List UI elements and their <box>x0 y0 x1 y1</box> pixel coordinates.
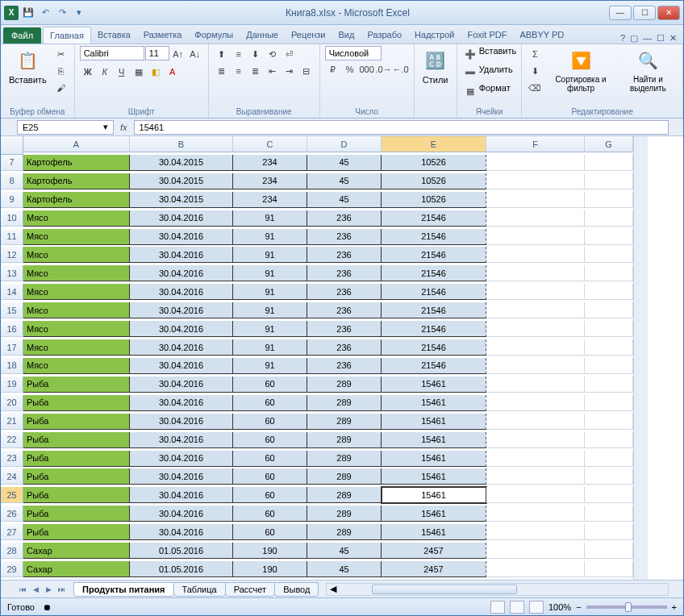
row-head-15[interactable]: 15 <box>1 302 23 318</box>
cell-A12[interactable]: Мясо <box>23 247 130 263</box>
row-head-7[interactable]: 7 <box>1 155 23 171</box>
cell-A25[interactable]: Рыба <box>23 487 130 503</box>
align-bottom-icon[interactable]: ⬇ <box>248 46 264 62</box>
cell-E24[interactable]: 15461 <box>382 468 486 485</box>
row-head-21[interactable]: 21 <box>1 414 23 430</box>
cell-C28[interactable]: 190 <box>233 543 307 559</box>
cell-C25[interactable]: 60 <box>233 487 307 503</box>
row-head-9[interactable]: 9 <box>1 192 23 208</box>
cell-A19[interactable]: Рыба <box>23 377 130 393</box>
row-head-20[interactable]: 20 <box>1 395 23 411</box>
row-head-26[interactable]: 26 <box>1 506 23 522</box>
cell-E13[interactable]: 21546 <box>382 265 486 281</box>
cell-E17[interactable]: 21546 <box>382 339 486 356</box>
cell-B11[interactable]: 30.04.2016 <box>130 229 233 245</box>
cell-C23[interactable]: 60 <box>233 451 307 467</box>
cell-B24[interactable]: 30.04.2016 <box>130 468 233 485</box>
cell-F26[interactable] <box>486 506 585 522</box>
increase-font-icon[interactable]: A↑ <box>170 46 186 62</box>
cell-A9[interactable]: Картофель <box>23 192 130 208</box>
cell-B28[interactable]: 01.05.2016 <box>130 543 233 559</box>
undo-icon[interactable]: ↶ <box>38 6 52 20</box>
zoom-slider[interactable] <box>586 606 667 609</box>
row-head-13[interactable]: 13 <box>1 265 23 281</box>
cell-B16[interactable]: 30.04.2016 <box>130 321 233 337</box>
cell-E11[interactable]: 21546 <box>382 229 486 245</box>
cell-G13[interactable] <box>585 265 633 281</box>
cell-D14[interactable]: 236 <box>307 284 382 300</box>
cell-F28[interactable] <box>486 543 585 559</box>
cell-F23[interactable] <box>486 451 585 467</box>
ribbon-tab-10[interactable]: ABBYY PD <box>513 27 570 44</box>
cell-D11[interactable]: 236 <box>307 229 382 245</box>
cell-B17[interactable]: 30.04.2016 <box>130 339 233 356</box>
cell-D27[interactable]: 289 <box>307 524 382 540</box>
sheet-last-icon[interactable]: ⏭ <box>56 584 67 595</box>
underline-icon[interactable]: Ч <box>114 64 130 80</box>
cell-A28[interactable]: Сахар <box>23 543 130 559</box>
cell-B15[interactable]: 30.04.2016 <box>130 302 233 318</box>
sheet-tab-1[interactable]: Таблица <box>173 582 226 597</box>
indent-inc-icon[interactable]: ⇥ <box>282 63 298 79</box>
cell-A18[interactable]: Мясо <box>23 358 130 374</box>
cell-G18[interactable] <box>585 358 633 374</box>
doc-minimize-icon[interactable]: — <box>643 33 652 44</box>
cell-C15[interactable]: 91 <box>233 302 307 318</box>
cell-B13[interactable]: 30.04.2016 <box>130 265 233 281</box>
zoom-in-icon[interactable]: + <box>672 602 677 612</box>
maximize-button[interactable]: ☐ <box>633 6 656 20</box>
vertical-scrollbar[interactable] <box>633 136 648 580</box>
cell-A8[interactable]: Картофель <box>23 173 130 189</box>
cell-G19[interactable] <box>585 377 633 393</box>
doc-restore-icon[interactable]: ☐ <box>657 33 665 44</box>
cell-C14[interactable]: 91 <box>233 284 307 300</box>
cell-B25[interactable]: 30.04.2016 <box>130 487 233 503</box>
row-head-19[interactable]: 19 <box>1 377 23 393</box>
ribbon-tab-1[interactable]: Вставка <box>91 27 137 44</box>
horizontal-scrollbar[interactable]: ◀ <box>326 583 669 596</box>
fill-color-icon[interactable]: ◧ <box>148 64 164 80</box>
cell-F7[interactable] <box>486 155 585 171</box>
ribbon-tab-9[interactable]: Foxit PDF <box>461 27 514 44</box>
cell-B22[interactable]: 30.04.2016 <box>130 432 233 448</box>
font-size-combo[interactable]: 11 <box>145 46 169 60</box>
cell-C19[interactable]: 60 <box>233 377 307 393</box>
cell-G21[interactable] <box>585 414 633 430</box>
cell-F17[interactable] <box>486 339 585 356</box>
ribbon-tab-7[interactable]: Разрабо <box>361 27 408 44</box>
inc-decimal-icon[interactable]: .0→ <box>376 61 392 77</box>
cell-G26[interactable] <box>585 506 633 522</box>
cell-B7[interactable]: 30.04.2015 <box>130 155 233 171</box>
cell-C17[interactable]: 91 <box>233 339 307 356</box>
cell-F14[interactable] <box>486 284 585 300</box>
cell-F16[interactable] <box>486 321 585 337</box>
sort-filter-button[interactable]: 🔽 Сортировка и фильтр <box>546 46 615 94</box>
cell-E26[interactable]: 15461 <box>382 506 486 522</box>
cell-F13[interactable] <box>486 265 585 281</box>
paste-button[interactable]: 📋 Вставить <box>6 46 50 86</box>
cell-E8[interactable]: 10526 <box>382 173 486 189</box>
cell-B14[interactable]: 30.04.2016 <box>130 284 233 300</box>
styles-button[interactable]: 🔠 Стили <box>419 46 452 86</box>
cell-G10[interactable] <box>585 210 633 227</box>
cell-A17[interactable]: Мясо <box>23 339 130 356</box>
cell-A15[interactable]: Мясо <box>23 302 130 318</box>
sheet-next-icon[interactable]: ▶ <box>43 584 54 595</box>
row-head-14[interactable]: 14 <box>1 284 23 300</box>
align-middle-icon[interactable]: ≡ <box>231 46 247 62</box>
align-right-icon[interactable]: ≣ <box>248 63 264 79</box>
cell-E18[interactable]: 21546 <box>382 358 486 374</box>
save-icon[interactable]: 💾 <box>21 6 35 20</box>
row-head-17[interactable]: 17 <box>1 339 23 356</box>
cell-B19[interactable]: 30.04.2016 <box>130 377 233 393</box>
cell-A22[interactable]: Рыба <box>23 432 130 448</box>
cell-E7[interactable]: 10526 <box>382 155 486 171</box>
find-select-button[interactable]: 🔍 Найти и выделить <box>619 46 678 94</box>
ribbon-tab-4[interactable]: Данные <box>240 27 285 44</box>
cell-C20[interactable]: 60 <box>233 395 307 411</box>
cells-delete-button[interactable]: ➖Удалить <box>462 65 513 81</box>
cell-C13[interactable]: 91 <box>233 265 307 281</box>
bold-icon[interactable]: Ж <box>80 64 96 80</box>
cell-A7[interactable]: Картофель <box>23 155 130 171</box>
cell-E12[interactable]: 21546 <box>382 247 486 263</box>
